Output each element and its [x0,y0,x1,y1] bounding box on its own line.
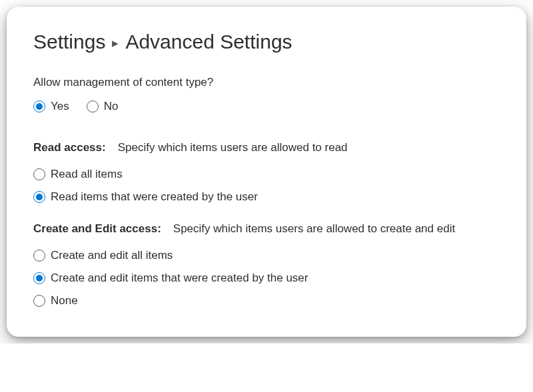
content-type-yes-option[interactable]: Yes [33,100,69,113]
breadcrumb: Settings ▸ Advanced Settings [33,31,500,53]
content-type-radio-group: Yes No [33,100,500,113]
radio-label: Create and edit all items [51,249,173,262]
section-header: Create and Edit access: Specify which it… [33,222,500,236]
section-header: Read access: Specify which items users a… [33,141,500,154]
radio-label: No [104,100,119,113]
content-type-no-option[interactable]: No [87,100,119,113]
settings-card: Settings ▸ Advanced Settings Allow manag… [7,7,526,337]
radio-icon [33,191,45,203]
read-access-radio-group: Read all items Read items that were crea… [33,168,500,204]
radio-icon [33,272,45,284]
radio-label: Read items that were created by the user [51,190,258,204]
breadcrumb-parent[interactable]: Settings [33,31,105,53]
read-access-description: Specify which items users are allowed to… [118,141,348,154]
chevron-right-icon: ▸ [112,35,119,51]
radio-icon [33,168,45,180]
radio-label: None [51,294,78,307]
create-edit-access-description: Specify which items users are allowed to… [173,222,455,236]
create-edit-access-section: Create and Edit access: Specify which it… [33,222,500,307]
radio-label: Create and edit items that were created … [51,272,308,285]
create-edit-own-option[interactable]: Create and edit items that were created … [33,272,500,285]
radio-icon [33,250,45,262]
content-type-section: Allow management of content type? Yes No [33,76,500,113]
create-edit-radio-group: Create and edit all items Create and edi… [33,249,500,307]
create-edit-all-option[interactable]: Create and edit all items [33,249,500,262]
radio-icon [33,295,45,307]
radio-label: Read all items [51,168,123,181]
create-edit-none-option[interactable]: None [33,294,500,307]
content-type-question: Allow management of content type? [33,76,500,89]
read-access-section: Read access: Specify which items users a… [33,141,500,204]
read-own-items-option[interactable]: Read items that were created by the user [33,190,500,204]
radio-icon [33,100,45,112]
create-edit-access-title: Create and Edit access: [33,222,161,236]
radio-icon [87,100,99,112]
breadcrumb-current: Advanced Settings [125,31,292,53]
read-access-title: Read access: [33,141,106,154]
read-all-items-option[interactable]: Read all items [33,168,500,181]
radio-label: Yes [51,100,69,113]
